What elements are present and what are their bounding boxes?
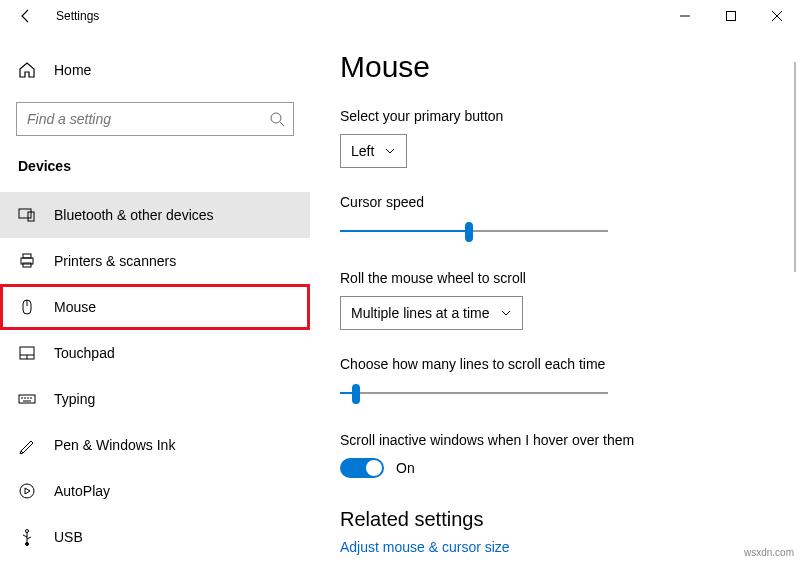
cursor-speed-label: Cursor speed (340, 194, 770, 210)
page-title: Mouse (340, 50, 770, 84)
slider-thumb[interactable] (352, 384, 360, 404)
autoplay-icon (18, 482, 36, 500)
dropdown-value: Left (351, 143, 374, 159)
sidebar-item-touchpad[interactable]: Touchpad (0, 330, 310, 376)
svg-rect-16 (19, 395, 35, 403)
svg-rect-1 (727, 12, 736, 21)
inactive-toggle[interactable] (340, 458, 384, 478)
related-heading: Related settings (340, 508, 770, 531)
category-header: Devices (18, 158, 310, 174)
keyboard-icon (18, 390, 36, 408)
sidebar-item-label: USB (54, 529, 83, 545)
arrow-left-icon (18, 8, 34, 24)
back-button[interactable] (14, 4, 38, 28)
sidebar-item-label: Printers & scanners (54, 253, 176, 269)
dropdown-value: Multiple lines at a time (351, 305, 490, 321)
related-link[interactable]: Adjust mouse & cursor size (340, 539, 770, 555)
touchpad-icon (18, 344, 36, 362)
sidebar-item-label: Mouse (54, 299, 96, 315)
home-label: Home (54, 62, 91, 78)
chevron-down-icon (500, 307, 512, 319)
scrollbar[interactable] (794, 62, 796, 272)
svg-rect-9 (23, 254, 31, 258)
sidebar: Home Devices Bluetooth & other devices P… (0, 32, 310, 562)
search-box[interactable] (16, 102, 294, 136)
inactive-label: Scroll inactive windows when I hover ove… (340, 432, 770, 448)
search-icon (269, 111, 285, 127)
sidebar-item-pen[interactable]: Pen & Windows Ink (0, 422, 310, 468)
pen-icon (18, 436, 36, 454)
usb-icon (18, 528, 36, 546)
svg-point-25 (26, 543, 29, 546)
cursor-speed-slider[interactable] (340, 220, 608, 242)
sidebar-item-label: AutoPlay (54, 483, 110, 499)
watermark: wsxdn.com (744, 547, 794, 558)
svg-point-22 (20, 484, 34, 498)
maximize-button[interactable] (708, 0, 754, 32)
devices-icon (18, 206, 36, 224)
primary-button-dropdown[interactable]: Left (340, 134, 407, 168)
minimize-button[interactable] (662, 0, 708, 32)
minimize-icon (680, 11, 690, 21)
sidebar-item-typing[interactable]: Typing (0, 376, 310, 422)
sidebar-item-label: Bluetooth & other devices (54, 207, 214, 223)
svg-point-4 (271, 113, 281, 123)
mouse-icon (18, 298, 36, 316)
sidebar-item-autoplay[interactable]: AutoPlay (0, 468, 310, 514)
search-input[interactable] (27, 111, 269, 127)
close-icon (772, 11, 782, 21)
sidebar-item-mouse[interactable]: Mouse (0, 284, 310, 330)
maximize-icon (726, 11, 736, 21)
chevron-down-icon (384, 145, 396, 157)
svg-rect-6 (19, 209, 31, 218)
window-title: Settings (56, 9, 99, 23)
sidebar-item-bluetooth[interactable]: Bluetooth & other devices (0, 192, 310, 238)
sidebar-item-usb[interactable]: USB (0, 514, 310, 560)
toggle-state: On (396, 460, 415, 476)
lines-label: Choose how many lines to scroll each tim… (340, 356, 770, 372)
wheel-label: Roll the mouse wheel to scroll (340, 270, 770, 286)
close-button[interactable] (754, 0, 800, 32)
sidebar-item-label: Touchpad (54, 345, 115, 361)
sidebar-item-label: Pen & Windows Ink (54, 437, 175, 453)
sidebar-item-printers[interactable]: Printers & scanners (0, 238, 310, 284)
home-icon (18, 61, 36, 79)
lines-slider[interactable] (340, 382, 608, 404)
home-nav[interactable]: Home (0, 52, 310, 88)
slider-thumb[interactable] (465, 222, 473, 242)
primary-button-label: Select your primary button (340, 108, 770, 124)
wheel-dropdown[interactable]: Multiple lines at a time (340, 296, 523, 330)
printer-icon (18, 252, 36, 270)
svg-line-5 (280, 122, 284, 126)
sidebar-item-label: Typing (54, 391, 95, 407)
content-pane: Mouse Select your primary button Left Cu… (310, 32, 800, 562)
